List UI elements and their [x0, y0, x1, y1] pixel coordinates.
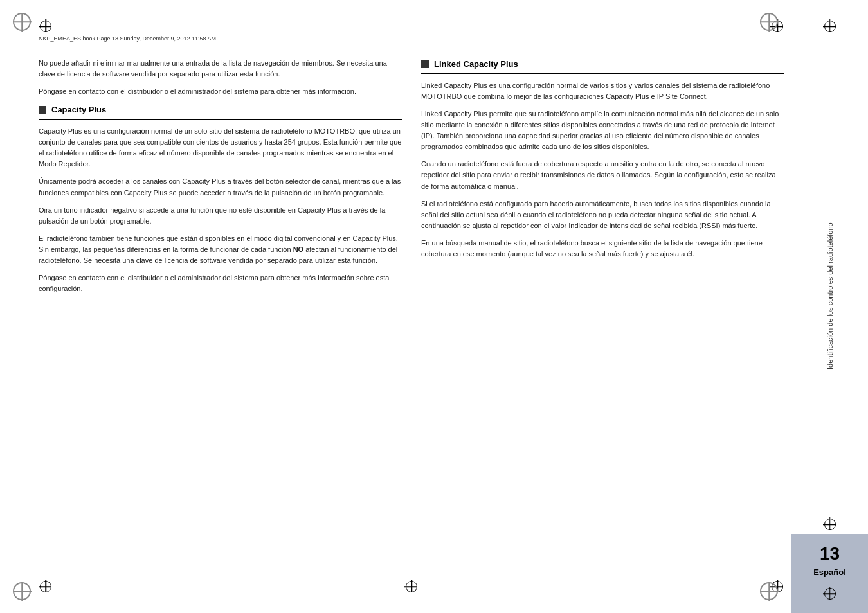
section-title-icon-right [421, 60, 429, 68]
capacity-plus-section: Capacity Plus Capacity Plus es una confi… [39, 103, 402, 294]
top-left-reg-mark [39, 19, 53, 33]
capacity-plus-para-4: El radioteléfono también tiene funciones… [39, 233, 402, 266]
header-file-info: NKP_EMEA_ES.book Page 13 Sunday, Decembe… [39, 35, 829, 42]
corner-tl [13, 13, 31, 31]
intro-paragraph-2: Póngase en contacto con el distribuidor … [39, 86, 402, 97]
sidebar-bottom-reg [823, 587, 837, 603]
bold-no: NO [293, 245, 304, 253]
lcp-para-2: Linked Capacity Plus permite que su radi… [421, 109, 784, 152]
right-column: Linked Capacity Plus Linked Capacity Plu… [421, 58, 784, 562]
corner-tr [760, 13, 778, 31]
main-content: No puede añadir ni eliminar manualmente … [39, 58, 784, 562]
bottom-center-reg-mark [404, 580, 419, 594]
page: NKP_EMEA_ES.book Page 13 Sunday, Decembe… [0, 0, 868, 613]
linked-capacity-plus-title: Linked Capacity Plus [421, 58, 784, 74]
left-column: No puede añadir ni eliminar manualmente … [39, 58, 402, 562]
bottom-left-reg-mark [39, 580, 53, 594]
lcp-para-1: Linked Capacity Plus es una configuració… [421, 80, 784, 102]
capacity-plus-title: Capacity Plus [39, 103, 402, 120]
sidebar-top-reg [823, 0, 837, 36]
linked-capacity-plus-section: Linked Capacity Plus Linked Capacity Plu… [421, 58, 784, 260]
bottom-registration-strip [39, 580, 784, 594]
sidebar-bottom-panel: 13 Español [791, 534, 868, 613]
capacity-plus-para-2: Únicamente podrá acceder a los canales c… [39, 176, 402, 198]
sidebar-middle-reg [823, 517, 837, 534]
sidebar-middle-reg-mark [823, 517, 837, 531]
top-registration-strip [39, 19, 784, 33]
lcp-para-5: En una búsqueda manual de sitio, el radi… [421, 238, 784, 260]
corner-bl [13, 582, 31, 600]
right-sidebar: Identificación de los controles del radi… [791, 0, 868, 613]
intro-paragraph-1: No puede añadir ni eliminar manualmente … [39, 58, 402, 80]
capacity-plus-para-3: Oirá un tono indicador negativo si acced… [39, 205, 402, 227]
lcp-para-4: Si el radioteléfono está configurado par… [421, 199, 784, 231]
section-title-icon [39, 106, 46, 114]
language-label: Español [813, 567, 846, 577]
capacity-plus-para-5: Póngase en contacto con el distribuidor … [39, 272, 402, 294]
sidebar-rotated-label: Identificación de los controles del radi… [826, 75, 834, 517]
sidebar-top-reg-mark [823, 19, 837, 33]
capacity-plus-para-1: Capacity Plus es una configuración norma… [39, 126, 402, 170]
sidebar-bottom-reg-mark [823, 587, 837, 601]
corner-br [760, 582, 778, 600]
page-number: 13 [820, 544, 840, 564]
lcp-para-3: Cuando un radioteléfono está fuera de co… [421, 159, 784, 191]
